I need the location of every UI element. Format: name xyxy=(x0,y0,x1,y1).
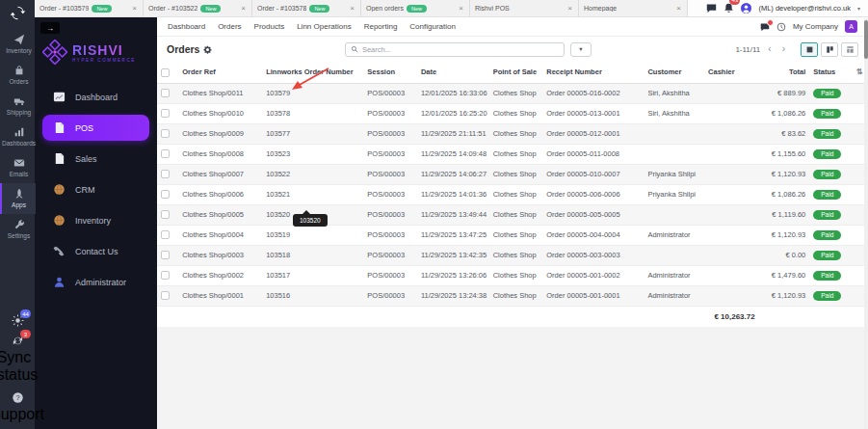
row-checkbox[interactable] xyxy=(161,190,170,199)
tab-rishvi-pos[interactable]: Rishvi POS× xyxy=(470,0,579,16)
rail-item-orders[interactable]: Orders xyxy=(0,60,36,91)
column-header-customer[interactable]: Customer xyxy=(644,62,704,83)
sidebar-item-pos[interactable]: POS xyxy=(42,115,149,141)
rail-item-shipping[interactable]: Shipping xyxy=(0,91,36,121)
table-row[interactable]: Clothes Shop/0006103521POS/0000311/29/20… xyxy=(157,184,868,204)
sidebar-item-crm[interactable]: CRM xyxy=(42,176,149,202)
column-header-date[interactable]: Date xyxy=(417,62,489,83)
activity-clock-icon[interactable] xyxy=(776,22,786,32)
close-icon[interactable]: × xyxy=(458,4,464,13)
table-row[interactable]: Clothes Shop/0002103517POS/0000311/29/20… xyxy=(157,265,868,285)
sidebar-collapse-button[interactable]: → xyxy=(40,22,60,34)
table-row[interactable]: Clothes Shop/0003103518POS/0000311/29/20… xyxy=(157,245,868,265)
user-email[interactable]: (ML) developer@rishvi.co.uk xyxy=(758,4,851,13)
rail-item-emails[interactable]: Emails xyxy=(0,152,36,183)
page-next-button[interactable]: › xyxy=(779,44,788,54)
cell-select xyxy=(157,225,178,245)
rail-item-settings[interactable]: Settings xyxy=(0,214,36,245)
tab-order-103579[interactable]: Order - #103579New× xyxy=(35,0,144,16)
rail-item-dashboards[interactable]: Dashboards xyxy=(0,121,36,152)
row-checkbox[interactable] xyxy=(161,271,170,280)
cell-receipt-number: Order 00005-005-0005 xyxy=(542,204,644,225)
cell-cashier xyxy=(704,225,759,245)
pivot-view-button[interactable] xyxy=(841,42,858,57)
table-row[interactable]: Clothes Shop/0001103516POS/0000311/29/20… xyxy=(157,285,868,306)
sphere-icon xyxy=(53,214,66,227)
nav-item-configuration[interactable]: Configuration xyxy=(409,22,456,31)
column-header-receipt-number[interactable]: Receipt Number xyxy=(542,62,644,83)
column-header-point-of-sale[interactable]: Point of Sale xyxy=(489,62,543,83)
cell-customer: Siri, Akshitha xyxy=(644,103,704,123)
close-icon[interactable]: × xyxy=(349,4,355,13)
sidebar-item-administrator[interactable]: Administrator xyxy=(42,269,149,295)
table-row[interactable]: Clothes Shop/0005103520POS/0000311/29/20… xyxy=(157,204,868,225)
table-row[interactable]: Clothes Shop/0011103579POS/0000312/01/20… xyxy=(157,83,868,103)
sidebar-item-dashboard[interactable]: Dashboard xyxy=(42,84,149,110)
user-menu-caret-icon[interactable]: ▾ xyxy=(857,5,860,12)
search-input[interactable] xyxy=(362,45,559,54)
table-row[interactable]: Clothes Shop/0008103523POS/0000311/29/20… xyxy=(157,144,868,164)
sidebar-item-inventory[interactable]: Inventory xyxy=(42,207,149,233)
cell-customer: Priyanka Shilpi xyxy=(644,164,704,184)
support[interactable]: ? Support xyxy=(0,391,35,423)
nav-item-dashboard[interactable]: Dashboard xyxy=(168,22,205,31)
sidebar-item-contact-us[interactable]: Contact Us xyxy=(42,238,149,264)
rail-item-apps[interactable]: Apps xyxy=(0,183,36,214)
tab-homepage[interactable]: Homepage× xyxy=(579,0,688,16)
tab-order-103522[interactable]: Order - #103522New× xyxy=(144,0,252,16)
search-filter-caret[interactable]: ▾ xyxy=(570,42,592,57)
table-row[interactable]: Clothes Shop/0004103519POS/0000311/29/20… xyxy=(157,225,868,245)
close-icon[interactable]: × xyxy=(675,4,682,13)
column-header-total[interactable]: Total xyxy=(759,62,810,83)
content-filler xyxy=(157,327,868,429)
column-header-linnworks-order-number[interactable]: Linnworks Order Number xyxy=(262,62,363,83)
page-prev-button[interactable]: ‹ xyxy=(765,44,774,54)
select-all-checkbox[interactable] xyxy=(161,68,170,77)
tab-order-103578[interactable]: Order - #103578New× xyxy=(252,0,361,16)
company-avatar[interactable]: A xyxy=(845,20,857,33)
kanban-view-button[interactable] xyxy=(821,42,838,57)
cell-linnworks-order-number: 103523 xyxy=(262,144,363,164)
row-checkbox[interactable] xyxy=(161,170,170,178)
orders-table: Order RefLinnworks Order NumberSessionDa… xyxy=(157,62,868,327)
row-checkbox[interactable] xyxy=(161,149,170,158)
tab-open-orders[interactable]: Open ordersNew× xyxy=(361,0,470,16)
nav-item-linn-operations[interactable]: Linn Operations xyxy=(297,22,351,31)
row-checkbox[interactable] xyxy=(161,109,170,118)
nav-item-orders[interactable]: Orders xyxy=(218,22,241,31)
close-icon[interactable]: × xyxy=(131,4,138,13)
row-checkbox[interactable] xyxy=(161,291,170,300)
cell-status: Paid xyxy=(809,265,852,285)
chat-icon[interactable] xyxy=(706,3,717,13)
nav-item-reporting[interactable]: Reporting xyxy=(364,22,398,31)
row-checkbox[interactable] xyxy=(161,129,170,138)
apps-icon xyxy=(13,188,25,200)
table-row[interactable]: Clothes Shop/0010103578POS/0000312/01/20… xyxy=(157,103,868,123)
list-view-button[interactable] xyxy=(801,42,818,57)
row-checkbox[interactable] xyxy=(161,89,170,97)
messages-icon[interactable] xyxy=(760,22,770,32)
table-row[interactable]: Clothes Shop/0009103577POS/0000311/29/20… xyxy=(157,123,868,144)
row-checkbox[interactable] xyxy=(161,251,170,259)
rail-item-inventory[interactable]: Inventory xyxy=(0,29,36,60)
row-checkbox[interactable] xyxy=(161,210,170,219)
view-settings-gear-icon[interactable] xyxy=(203,45,212,54)
column-header-order-ref[interactable]: Order Ref xyxy=(178,62,262,83)
column-header-session[interactable]: Session xyxy=(363,62,417,83)
close-icon[interactable]: × xyxy=(240,4,247,13)
close-icon[interactable]: × xyxy=(566,4,573,13)
nav-item-products[interactable]: Products xyxy=(254,22,285,31)
theme-toggle[interactable]: 44 xyxy=(0,314,35,327)
column-header-cashier[interactable]: Cashier xyxy=(704,62,759,83)
sidebar-item-sales[interactable]: Sales xyxy=(42,146,149,172)
notifications-bell[interactable]: 43 xyxy=(723,0,734,17)
column-header-status[interactable]: Status xyxy=(809,62,852,83)
sync-status[interactable]: 3 Sync status xyxy=(0,335,35,384)
scrollbar-thumb[interactable] xyxy=(864,20,868,59)
cell-select xyxy=(157,144,178,164)
company-switcher[interactable]: My Company xyxy=(793,22,838,31)
row-checkbox[interactable] xyxy=(161,230,170,239)
table-row[interactable]: Clothes Shop/0007103522POS/0000311/29/20… xyxy=(157,164,868,184)
app-logo[interactable] xyxy=(0,2,35,23)
user-avatar-icon[interactable] xyxy=(741,3,751,13)
